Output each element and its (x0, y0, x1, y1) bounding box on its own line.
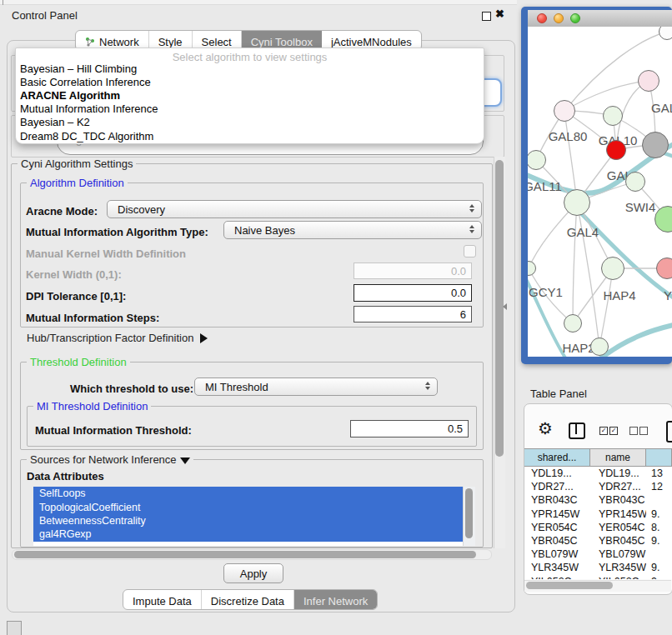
data-attribute-item[interactable]: gal4RGexp (33, 528, 475, 541)
table-header: shared...name (524, 448, 672, 467)
table-row[interactable]: YER054CYER054C8. (524, 521, 672, 534)
node-label: SWI4 (625, 200, 656, 214)
network-node-gal4[interactable] (564, 189, 590, 216)
data-attribute-item[interactable]: TopologicalCoefficient (33, 500, 475, 513)
table-cell: YER054C (590, 522, 646, 533)
network-node-hap2[interactable] (564, 314, 582, 332)
dpi-tolerance-field[interactable]: 0.0 (354, 284, 472, 302)
hub-definition-expander[interactable]: Hub/Transcription Factor Definition (27, 332, 208, 344)
table-row[interactable]: YBR045CYBR045C9. (524, 534, 672, 548)
table-row[interactable]: YDL19...YDL19...13 (524, 467, 672, 480)
table-row[interactable]: YIL052CYIL052C9. (524, 575, 672, 580)
network-node-gal1[interactable] (606, 140, 626, 160)
zoom-traffic-light-icon[interactable] (570, 13, 580, 23)
network-node[interactable] (642, 132, 669, 158)
table-row[interactable]: YDR27...YDR27...12 (524, 480, 672, 493)
network-node-gal10[interactable] (603, 106, 623, 126)
network-node-gal[interactable] (638, 70, 659, 92)
table-cell: YBR043C (590, 494, 646, 506)
table-cell: 13 (646, 468, 672, 479)
top-tick (3, 0, 3, 5)
column-header[interactable] (646, 448, 672, 467)
float-panel-icon[interactable] (482, 12, 491, 21)
network-node-gal80[interactable] (554, 100, 575, 122)
mi-steps-field[interactable]: 6 (354, 306, 472, 322)
mi-threshold-field[interactable]: 0.5 (350, 420, 469, 438)
algorithm-option[interactable]: Bayesian – Hill Climbing (18, 62, 481, 75)
checked-box-icon[interactable]: ✓ (599, 427, 608, 435)
mi-type-combo[interactable]: Naive Bayes (223, 221, 482, 239)
node-label: GCY1 (529, 285, 563, 299)
checked-box-icon[interactable]: ✓ (609, 427, 618, 435)
splitter-arrow-icon[interactable] (503, 303, 507, 310)
table-row[interactable]: YLR345WYLR345W9. (524, 561, 672, 574)
gear-icon[interactable]: ⚙ (538, 418, 553, 438)
unchecked-box-icon[interactable] (639, 427, 648, 435)
algorithm-option[interactable]: ARACNE Algorithm (18, 88, 481, 102)
algorithm-option[interactable]: Dream8 DC_TDC Algorithm (18, 129, 481, 142)
threshold-definition-legend: Threshold Definition (27, 356, 130, 368)
network-node-hap4[interactable] (601, 257, 624, 280)
network-node-swi4[interactable] (625, 172, 645, 192)
algorithm-option[interactable]: Basic Correlation Inference (18, 75, 481, 88)
partial-toolbar-icon[interactable] (666, 421, 672, 442)
tab-label: Style (158, 36, 183, 48)
algorithm-option[interactable]: Mutual Information Inference (18, 102, 481, 116)
stepper-icon (469, 225, 474, 233)
manual-kernel-checkbox[interactable] (464, 245, 476, 258)
table-cell: YIL052C (524, 576, 590, 579)
table-cell: YLR345W (590, 562, 646, 573)
table-cell: YBR045C (524, 535, 590, 547)
apply-button[interactable]: Apply (223, 563, 283, 583)
aracne-mode-combo[interactable]: Discovery (107, 200, 482, 218)
table-cell: YER054C (524, 522, 590, 533)
table-cell: 9. (646, 508, 672, 520)
which-threshold-combo[interactable]: MI Threshold (194, 378, 438, 396)
data-attribute-item[interactable]: BetweennessCentrality (33, 514, 475, 528)
mi-type-label: Mutual Information Algorithm Type: (26, 226, 208, 238)
tab-impute-data[interactable]: Impute Data (123, 590, 202, 609)
collapsed-arrow-icon (200, 333, 208, 343)
algorithm-option[interactable]: Bayesian – K2 (18, 116, 481, 129)
settings-horizontal-scrollbar-thumb[interactable] (14, 551, 476, 558)
data-attribute-item[interactable]: SelfLoops (33, 487, 475, 500)
table-cell: 9. (646, 576, 672, 579)
node-label: HAP4 (603, 288, 635, 302)
kernel-width-field[interactable]: 0.0 (354, 262, 472, 279)
tab-label: Network (99, 36, 139, 48)
data-attributes-label: Data Attributes (27, 470, 104, 482)
node-label: GAL11 (528, 179, 562, 193)
stepper-icon (469, 204, 474, 212)
which-threshold-label: Which threshold to use: (70, 382, 193, 395)
column-header[interactable]: name (590, 448, 646, 467)
dpi-tolerance-label: DPI Tolerance [0,1]: (26, 290, 126, 302)
table-cell: 9. (646, 535, 672, 547)
table-row[interactable]: YPR145WYPR145W9. (524, 508, 672, 521)
close-icon[interactable]: ✖ (495, 8, 504, 20)
unchecked-box-icon[interactable] (629, 427, 638, 435)
sources-legend[interactable]: Sources for Network Inference (27, 453, 193, 466)
table-cell: YDR27... (524, 481, 590, 492)
table-horizontal-scrollbar-thumb[interactable] (526, 582, 613, 589)
network-window-titlebar[interactable] (528, 10, 672, 28)
column-header[interactable]: shared... (524, 448, 590, 467)
table-row[interactable]: YBR043CYBR043C (524, 493, 672, 507)
table-body: YDL19...YDL19...13YDR27...YDR27...12YBR0… (524, 467, 672, 579)
bottom-left-mini-icon[interactable] (7, 621, 22, 635)
tab-label: jActiveMNodules (331, 36, 412, 48)
network-canvas[interactable]: GALGAL80GAL10GAL1GAL11SWI4GAL4GCY1HAP4YH… (528, 27, 672, 357)
mi-steps-label: Mutual Information Steps: (26, 312, 159, 324)
algorithm-dropdown: Select algorithm to view settings Bayesi… (15, 48, 484, 144)
attributes-scrollbar[interactable] (463, 487, 475, 546)
expanded-arrow-icon (180, 458, 190, 464)
columns-icon[interactable] (569, 422, 585, 439)
close-traffic-light-icon[interactable] (537, 13, 547, 23)
tab-infer-network[interactable]: Infer Network (294, 590, 377, 609)
network-node-y[interactable] (656, 258, 672, 279)
mi-threshold-label: Mutual Information Threshold: (35, 424, 192, 437)
table-panel-title: Table Panel (530, 388, 587, 400)
table-row[interactable]: YBL079WYBL079W (524, 548, 672, 561)
network-node[interactable] (590, 338, 609, 356)
tab-discretize-data[interactable]: Discretize Data (202, 590, 294, 609)
minimize-traffic-light-icon[interactable] (554, 13, 564, 23)
